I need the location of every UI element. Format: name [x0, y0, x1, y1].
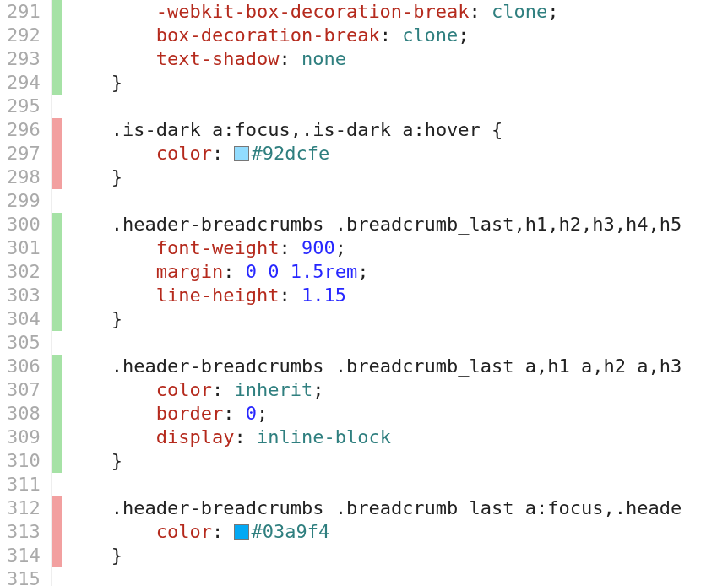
- code-token: h2: [604, 355, 627, 377]
- diff-marker-red: [52, 544, 62, 567]
- code-token: ;: [335, 237, 346, 258]
- code-line[interactable]: }: [67, 449, 728, 473]
- code-line[interactable]: .header-breadcrumbs .breadcrumb_last,h1,…: [67, 213, 728, 236]
- code-line[interactable]: color: inherit;: [67, 378, 728, 402]
- line-number: 297: [7, 142, 41, 165]
- diff-marker-green: [52, 0, 62, 24]
- code-line[interactable]: .is-dark a:focus,.is-dark a:hover {: [67, 118, 728, 142]
- code-token: color: [156, 379, 212, 400]
- code-token: line-height: [156, 285, 280, 306]
- diff-marker-red: [52, 165, 62, 189]
- code-token: h2: [559, 214, 582, 235]
- code-token: #92dcfe: [251, 143, 329, 164]
- code-token: [67, 426, 156, 448]
- code-token: a:focus: [212, 119, 291, 140]
- code-line[interactable]: }: [67, 307, 728, 331]
- diff-marker-green: [52, 378, 62, 402]
- code-token: [67, 24, 156, 46]
- code-token: ,: [604, 497, 615, 518]
- line-number: 293: [7, 47, 41, 71]
- code-token: ;: [312, 379, 323, 400]
- code-line[interactable]: }: [67, 71, 728, 95]
- code-token: [514, 497, 525, 518]
- code-token: border: [156, 403, 223, 424]
- code-token: #03a9f4: [251, 521, 329, 542]
- code-token: [67, 166, 111, 187]
- code-token: .header-breadcrumbs: [111, 497, 324, 518]
- code-token: :: [470, 1, 492, 22]
- diff-marker-green: [52, 402, 62, 426]
- code-line[interactable]: font-weight: 900;: [67, 236, 728, 260]
- code-line[interactable]: text-shadow: none: [67, 47, 728, 71]
- code-token: margin: [156, 261, 223, 282]
- code-token: a:focus: [525, 497, 604, 518]
- code-line[interactable]: box-decoration-break: clone;: [67, 24, 728, 47]
- line-number-gutter: 2912922932942952962972982993003013023033…: [0, 0, 52, 586]
- code-token: }: [111, 72, 122, 93]
- line-number: 291: [7, 0, 41, 24]
- code-token: .header-breadcrumbs: [111, 214, 324, 235]
- diff-marker-green: [52, 47, 62, 71]
- code-token: ,: [649, 355, 660, 377]
- code-token: :: [212, 379, 235, 400]
- diff-marker-none: [52, 331, 62, 355]
- code-line[interactable]: [67, 95, 728, 118]
- diff-marker-none: [52, 95, 62, 118]
- code-token: color: [156, 521, 212, 542]
- code-token: .breadcrumb_last: [335, 214, 514, 235]
- color-swatch-icon: [234, 524, 249, 540]
- code-token: ,: [514, 214, 525, 235]
- code-token: [67, 403, 156, 424]
- code-token: }: [111, 166, 122, 187]
- diff-marker-green: [52, 284, 62, 307]
- code-token: [67, 450, 111, 471]
- code-line[interactable]: display: inline-block: [67, 426, 728, 449]
- code-token: {: [481, 119, 503, 140]
- diff-marker-column: [52, 0, 62, 586]
- code-token: :: [223, 403, 246, 424]
- code-token: 900: [302, 237, 335, 258]
- diff-marker-green: [52, 260, 62, 284]
- code-line[interactable]: margin: 0 0 1.5rem;: [67, 260, 728, 284]
- code-line[interactable]: [67, 473, 728, 496]
- code-line[interactable]: border: 0;: [67, 402, 728, 426]
- code-token: .is-dark: [302, 119, 391, 140]
- line-number: 304: [7, 307, 41, 331]
- code-token: ,: [291, 119, 302, 140]
- code-line[interactable]: [67, 567, 728, 586]
- code-line[interactable]: }: [67, 165, 728, 189]
- code-token: clone: [492, 1, 547, 22]
- code-line[interactable]: .header-breadcrumbs .breadcrumb_last a,h…: [67, 355, 728, 378]
- line-number: 295: [7, 95, 41, 118]
- diff-marker-none: [52, 189, 62, 213]
- code-token: }: [111, 450, 122, 471]
- code-editor[interactable]: 2912922932942952962972982993003013023033…: [0, 0, 728, 586]
- code-token: :: [380, 24, 403, 46]
- code-line[interactable]: line-height: 1.15: [67, 284, 728, 307]
- code-line[interactable]: .header-breadcrumbs .breadcrumb_last a:f…: [67, 496, 728, 520]
- line-number: 309: [7, 426, 41, 449]
- code-line[interactable]: [67, 189, 728, 213]
- code-line[interactable]: }: [67, 544, 728, 567]
- line-number: 312: [7, 496, 41, 520]
- code-line[interactable]: -webkit-box-decoration-break: clone;: [67, 0, 728, 24]
- code-line[interactable]: color: #03a9f4: [67, 520, 728, 544]
- line-number: 314: [7, 544, 41, 567]
- code-token: ,: [649, 214, 660, 235]
- code-token: ,: [536, 355, 547, 377]
- line-number: 305: [7, 331, 41, 355]
- code-token: :: [279, 48, 302, 69]
- diff-marker-green: [52, 449, 62, 473]
- diff-marker-green: [52, 24, 62, 47]
- code-line[interactable]: [67, 331, 728, 355]
- diff-marker-none: [52, 473, 62, 496]
- diff-marker-green: [52, 307, 62, 331]
- code-token: a: [581, 355, 592, 377]
- code-token: .breadcrumb_last: [335, 497, 514, 518]
- code-line[interactable]: color: #92dcfe: [67, 142, 728, 165]
- code-token: ;: [547, 1, 558, 22]
- line-number: 294: [7, 71, 41, 95]
- code-area[interactable]: -webkit-box-decoration-break: clone; box…: [62, 0, 728, 586]
- diff-marker-green: [52, 213, 62, 236]
- code-token: [570, 355, 581, 377]
